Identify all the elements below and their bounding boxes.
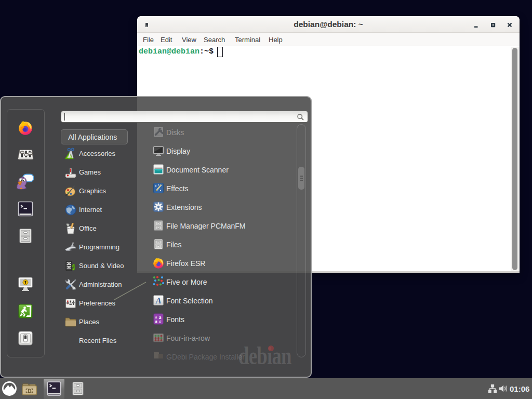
svg-text:a: a — [155, 318, 157, 324]
svg-text:a: a — [159, 319, 162, 324]
svg-text:A: A — [155, 296, 162, 305]
